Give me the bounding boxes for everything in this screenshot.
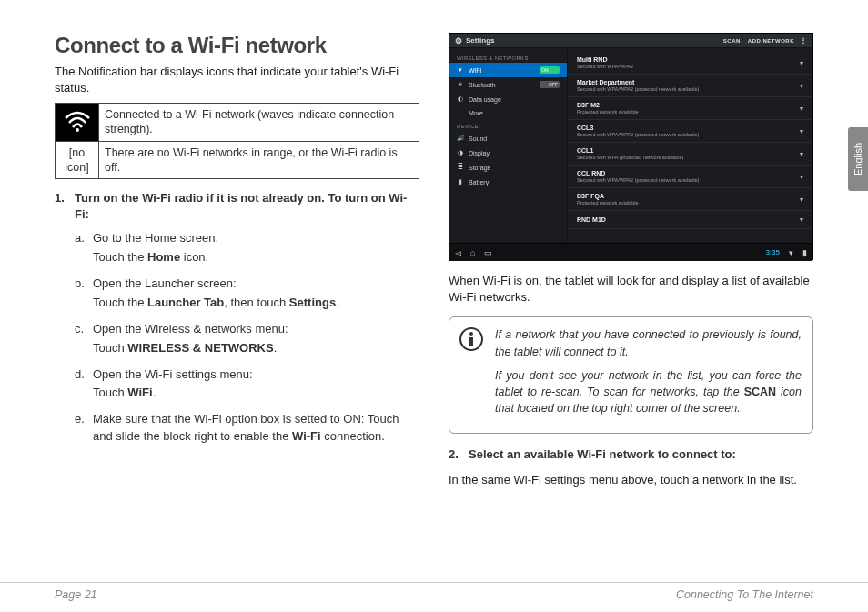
wifi-icon xyxy=(64,111,91,133)
network-row: B3F M2Protected network available▾ xyxy=(568,97,812,120)
gear-icon: ⚙ xyxy=(455,36,462,45)
overflow-icon: ⋮ xyxy=(800,36,807,45)
sidebar-item: ∗BluetoothOFF xyxy=(449,77,567,92)
sidebar-item: ≣Storage xyxy=(449,160,567,175)
back-icon: ◅ xyxy=(455,248,461,257)
network-row: Market DepartmentSecured with WPA/WPA2 (… xyxy=(568,75,812,97)
network-row: Multi RNDSecured with WPA/WPA2▾ xyxy=(568,52,812,75)
status-desc-1: Connected to a Wi-Fi network (waves indi… xyxy=(99,104,419,142)
step-1e: Make sure that the Wi-Fi option box is s… xyxy=(75,411,419,446)
step-1a: Go to the Home screen: Touch the Home ic… xyxy=(75,230,419,266)
status-table: Connected to a Wi-Fi network (waves indi… xyxy=(55,103,419,179)
clock: 3:35 xyxy=(765,248,780,256)
sidebar-item: ◑Display xyxy=(449,145,567,160)
left-column: Connect to a Wi-Fi network The Notificat… xyxy=(55,33,419,564)
recents-icon: ▭ xyxy=(484,248,492,257)
language-tab: English xyxy=(848,127,868,191)
page-number: Page 21 xyxy=(55,588,97,601)
status-desc-2: There are no Wi-Fi networks in range, or… xyxy=(99,141,419,179)
info-icon xyxy=(459,326,484,352)
settings-screenshot: ⚙ Settings SCAN ADD NETWORK ⋮ WIRELESS &… xyxy=(449,33,813,260)
right-column: ⚙ Settings SCAN ADD NETWORK ⋮ WIRELESS &… xyxy=(449,33,813,564)
network-row: CCL RNDSecured with WPA/WPA2 (protected … xyxy=(568,166,812,188)
sidebar-item: ▾WiFiON xyxy=(449,63,567,77)
wifi-icon-cell xyxy=(56,104,99,142)
battery-icon: ▮ xyxy=(802,248,807,257)
step-2-head: Select an available Wi-Fi network to con… xyxy=(469,447,736,461)
network-row: B3F FQAProtected network available▾ xyxy=(568,188,812,211)
network-row: CCL1Secured with WPA (protected network … xyxy=(568,143,812,166)
scan-action: SCAN xyxy=(723,38,741,44)
svg-point-2 xyxy=(469,332,473,336)
note-p2: If you don't see your network in the lis… xyxy=(495,367,802,416)
step-1c: Open the Wireless & networks menu: Touch… xyxy=(75,321,419,357)
step-2-body: In the same Wi-Fi settings menu above, t… xyxy=(449,472,813,488)
shot-navbar: ◅ ⌂ ▭ 3:35 ▾ ▮ xyxy=(449,243,812,261)
section-name: Connecting To The Internet xyxy=(676,588,813,601)
add-network-action: ADD NETWORK xyxy=(748,38,794,44)
note-p1: If a network that you have connected to … xyxy=(495,326,802,359)
caption-text: When Wi-Fi is on, the tablet will look f… xyxy=(449,273,813,306)
shot-titlebar: ⚙ Settings SCAN ADD NETWORK ⋮ xyxy=(449,34,812,48)
network-row: RND M1D▾ xyxy=(568,211,812,229)
sidebar-item: 🔊Sound xyxy=(449,131,567,145)
shot-sidebar: WIRELESS & NETWORKS ▾WiFiON∗BluetoothOFF… xyxy=(449,48,568,243)
no-icon-cell: [no icon] xyxy=(56,141,99,179)
svg-rect-3 xyxy=(469,337,473,346)
sidebar-item: ▮Battery xyxy=(449,175,567,189)
step-1: Turn on the Wi-Fi radio if it is not alr… xyxy=(55,190,419,446)
step-2: Select an available Wi-Fi network to con… xyxy=(449,446,813,463)
info-note: If a network that you have connected to … xyxy=(449,316,813,434)
step-1d: Open the Wi-Fi settings menu: Touch WiFi… xyxy=(75,366,419,403)
side-header-wireless: WIRELESS & NETWORKS xyxy=(449,52,567,63)
network-row: CCL3Secured with WPA/WPA2 (protected net… xyxy=(568,120,812,143)
page-footer: Page 21 Connecting To The Internet xyxy=(0,582,868,601)
step-1-head: Turn on the Wi-Fi radio if it is not alr… xyxy=(75,191,407,221)
side-header-device: DEVICE xyxy=(449,120,567,131)
home-icon: ⌂ xyxy=(470,248,475,257)
intro-text: The Notification bar displays icons that… xyxy=(55,64,419,95)
step-1b: Open the Launcher screen: Touch the Laun… xyxy=(75,276,419,312)
svg-point-0 xyxy=(76,128,79,132)
shot-title: Settings xyxy=(466,36,495,45)
wifi-status-icon: ▾ xyxy=(789,248,793,257)
sidebar-item: ◐Data usage xyxy=(449,92,567,106)
sidebar-item: More… xyxy=(449,106,567,120)
shot-network-list: Multi RNDSecured with WPA/WPA2▾Market De… xyxy=(568,48,812,243)
page-title: Connect to a Wi-Fi network xyxy=(55,33,419,58)
